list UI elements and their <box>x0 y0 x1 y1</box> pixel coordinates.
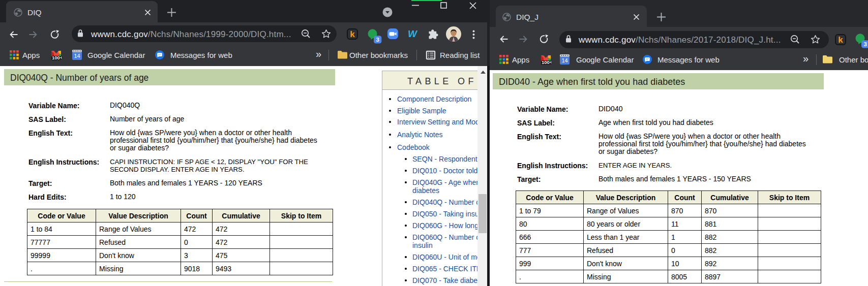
svg-text:k: k <box>838 35 843 45</box>
svg-text:3: 3 <box>376 37 379 43</box>
svg-text:3: 3 <box>863 41 866 47</box>
svg-text:100+: 100+ <box>52 55 62 60</box>
svg-text:W: W <box>408 28 418 39</box>
svg-text:14: 14 <box>561 57 567 63</box>
svg-text:k: k <box>350 29 355 39</box>
svg-text:100+: 100+ <box>542 59 551 65</box>
svg-text:14: 14 <box>74 53 80 59</box>
